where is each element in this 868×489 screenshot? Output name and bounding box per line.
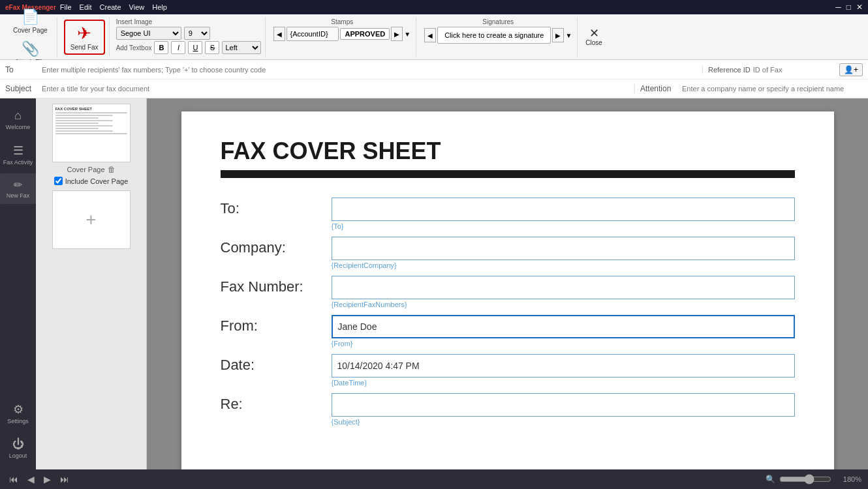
nav-last-button[interactable]: ⏭: [57, 473, 72, 486]
menu-bar: File Edit Create View Help: [60, 3, 167, 11]
nav-prev-button[interactable]: ◀: [25, 473, 37, 486]
stamps-controls: ◀ APPROVED ▶ ▼: [273, 27, 411, 41]
sig-next-button[interactable]: ▶: [552, 28, 564, 42]
send-fax-button[interactable]: ✈ Send Fax: [64, 20, 105, 55]
delete-page-button[interactable]: 🗑: [108, 165, 116, 174]
company-field-label: Company:: [221, 237, 332, 256]
cover-page-label: Cover Page: [13, 27, 48, 34]
fax-field-fax-number: Fax Number: {RecipientFaxNumbers}: [221, 276, 795, 308]
welcome-label: Welcome: [6, 124, 30, 130]
logout-label: Logout: [9, 452, 27, 459]
stamp-next-button[interactable]: ▶: [391, 27, 403, 41]
attach-file-icon: 📎: [22, 40, 39, 57]
include-cover-checkbox[interactable]: [54, 177, 63, 185]
stamps-dropdown-arrow[interactable]: ▼: [404, 31, 411, 38]
send-fax-label: Send Fax: [70, 44, 99, 51]
welcome-icon: ⌂: [14, 109, 22, 123]
format-controls: Add Textbox B I U S Left: [116, 41, 262, 54]
menu-view[interactable]: View: [129, 3, 145, 11]
thumb-line-7: [55, 128, 99, 129]
send-fax-group: ✈ Send Fax: [60, 17, 110, 57]
bold-button[interactable]: B: [154, 41, 168, 54]
stamp-field[interactable]: [287, 27, 339, 41]
create-signature-button[interactable]: Click here to create a signature: [437, 27, 551, 44]
sidebar-bottom: ⚙ Settings ⏻ Logout: [5, 397, 31, 464]
attention-section: Attention: [634, 84, 863, 93]
minimize-button[interactable]: ─: [835, 3, 841, 12]
send-fax-icon: ✈: [77, 23, 91, 44]
sidebar-item-welcome[interactable]: ⌂ Welcome: [0, 104, 36, 136]
fax-number-field-wrapper: {RecipientFaxNumbers}: [332, 276, 795, 308]
menu-file[interactable]: File: [60, 3, 72, 11]
to-row: To Reference ID 👤+: [0, 60, 868, 80]
menu-create[interactable]: Create: [100, 3, 121, 11]
strikethrough-button[interactable]: S: [205, 41, 219, 54]
reference-id-input[interactable]: [753, 66, 805, 74]
date-field-input[interactable]: [332, 354, 795, 378]
subject-input[interactable]: [42, 80, 630, 98]
add-page-button[interactable]: +: [52, 190, 131, 249]
stamp-prev-button[interactable]: ◀: [273, 27, 285, 41]
zoom-slider[interactable]: [779, 474, 831, 484]
sidebar-item-fax-activity[interactable]: ☰ Fax Activity: [0, 138, 36, 171]
toolbar: 📄 Cover Page 📎 Attach File ✈ Send Fax In…: [0, 14, 868, 60]
reference-id-label: Reference ID: [708, 66, 751, 74]
attention-input[interactable]: [682, 85, 863, 93]
signatures-section: Signatures ◀ Click here to create a sign…: [419, 17, 578, 57]
add-contact-button[interactable]: 👤+: [839, 63, 863, 76]
fax-number-field-input[interactable]: [332, 276, 795, 299]
fax-field-to: To: {To}: [221, 198, 795, 230]
nav-next-button[interactable]: ▶: [41, 473, 54, 486]
include-cover-label: Include Cover Page: [65, 177, 129, 185]
cover-page-button[interactable]: 📄 Cover Page: [8, 6, 53, 37]
menu-edit[interactable]: Edit: [80, 3, 92, 11]
re-field-input[interactable]: [332, 393, 795, 417]
menu-help[interactable]: Help: [152, 3, 167, 11]
sidebar-item-logout[interactable]: ⏻ Logout: [5, 432, 31, 464]
company-field-input[interactable]: [332, 237, 795, 260]
thumb-line-6: [55, 125, 113, 126]
underline-button[interactable]: U: [188, 41, 202, 54]
attention-label: Attention: [640, 84, 679, 93]
thumb-line-9: [55, 133, 127, 134]
settings-icon: ⚙: [13, 402, 23, 417]
from-field-wrapper: {From}: [332, 315, 795, 348]
alignment-select[interactable]: Left: [222, 41, 261, 54]
thumbnail-label-row: Cover Page 🗑: [67, 165, 115, 174]
sig-prev-button[interactable]: ◀: [424, 28, 436, 42]
close-label: Close: [585, 39, 602, 46]
date-field-wrapper: {DateTime}: [332, 354, 795, 387]
close-button[interactable]: ✕: [589, 27, 599, 39]
fax-activity-label: Fax Activity: [3, 159, 33, 166]
font-size-select[interactable]: 9: [184, 27, 210, 40]
fax-field-from: From: {From}: [221, 315, 795, 348]
re-field-label: Re:: [221, 393, 332, 413]
to-label: To: [5, 65, 38, 74]
formatting-section: Insert Image Segoe UI 9 Add Textbox B I …: [112, 17, 266, 57]
insert-image-link[interactable]: Insert Image: [116, 18, 153, 25]
signatures-controls: ◀ Click here to create a signature ▶ ▼: [424, 27, 572, 44]
add-textbox-link[interactable]: Add Textbox: [116, 44, 152, 52]
thumb-line-8: [55, 130, 113, 132]
to-input[interactable]: [42, 60, 698, 79]
sidebar-item-settings[interactable]: ⚙ Settings: [5, 397, 31, 430]
sigs-dropdown-arrow[interactable]: ▼: [565, 32, 572, 39]
to-field-input[interactable]: [332, 198, 795, 221]
subject-label: Subject: [5, 84, 38, 93]
main-content: ⌂ Welcome ☰ Fax Activity ✏ New Fax ⚙ Set…: [0, 98, 868, 469]
close-window-button[interactable]: ✕: [856, 3, 863, 12]
thumbnail-image[interactable]: FAX COVER SHEET: [52, 104, 131, 162]
nav-first-button[interactable]: ⏮: [7, 473, 21, 486]
thumbnail-lines: [55, 112, 127, 134]
from-field-input[interactable]: [332, 315, 795, 338]
thumbnails-panel: FAX COVER SHEET Cover Page 🗑: [36, 98, 147, 469]
new-fax-icon: ✏: [14, 179, 22, 191]
stamp-approved-button[interactable]: APPROVED: [340, 28, 390, 40]
italic-button[interactable]: I: [171, 41, 185, 54]
document-area: FAX COVER SHEET To: {To} Company: {Recip…: [147, 98, 868, 469]
font-select[interactable]: Segoe UI: [116, 27, 181, 40]
new-fax-label: New Fax: [7, 192, 30, 199]
maximize-button[interactable]: □: [846, 3, 851, 12]
re-field-wrapper: {Subject}: [332, 393, 795, 426]
sidebar-item-new-fax[interactable]: ✏ New Fax: [0, 173, 36, 204]
